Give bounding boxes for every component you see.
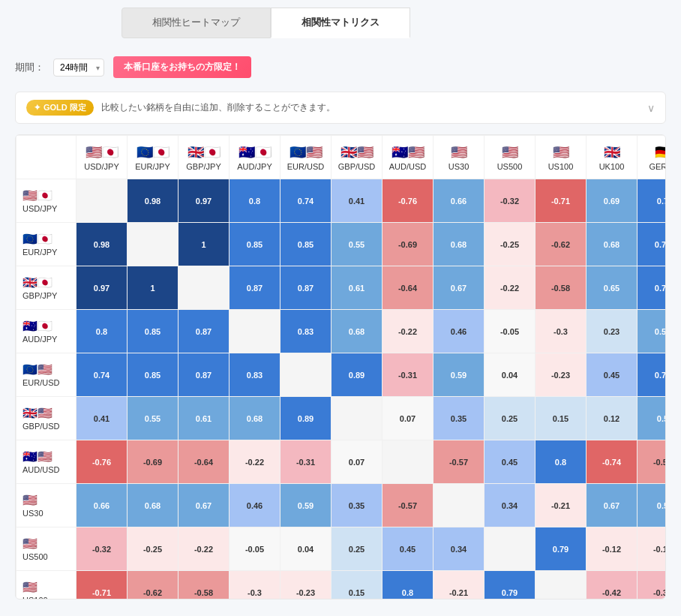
cell-8-2: -0.22 [178, 527, 230, 571]
cell-9-11: -0.32 [638, 571, 667, 600]
cell-9-4: -0.23 [280, 571, 332, 600]
period-select-wrapper[interactable]: 24時間 1時間 4時間 1週間 [53, 59, 104, 77]
cell-0-5: 0.41 [332, 179, 382, 223]
table-row: 🇦🇺🇯🇵AUD/JPY0.80.850.870.830.68-0.220.46-… [16, 310, 667, 353]
cell-6-10: -0.74 [586, 440, 638, 484]
row-header-us500: 🇺🇸US500 [16, 527, 76, 571]
cell-1-10: 0.68 [586, 223, 638, 266]
cell-9-10: -0.42 [586, 571, 638, 600]
controls-row: 期間： 24時間 1時間 4時間 1週間 本番口座をお持ちの方限定！ [0, 50, 681, 84]
row-header-eur-usd: 🇪🇺🇺🇸EUR/USD [16, 353, 76, 397]
cell-1-5: 0.55 [332, 223, 382, 266]
cell-3-10: 0.23 [586, 310, 638, 353]
cell-8-11: -0.17 [638, 527, 667, 571]
table-row: 🇬🇧🇯🇵GBP/JPY0.9710.870.870.61-0.640.67-0.… [16, 266, 667, 310]
cell-3-6: -0.22 [382, 310, 434, 353]
cell-7-1: 0.68 [128, 484, 178, 527]
cell-8-9: 0.79 [536, 527, 586, 571]
cell-4-8: 0.04 [484, 353, 536, 397]
cell-6-3: -0.22 [230, 440, 280, 484]
cell-1-3: 0.85 [230, 223, 280, 266]
cell-7-11: 0.5 [638, 484, 667, 527]
cell-2-7: 0.67 [434, 266, 484, 310]
period-label: 期間： [15, 61, 44, 74]
cell-1-6: -0.69 [382, 223, 434, 266]
cell-4-0: 0.74 [76, 353, 128, 397]
cell-6-9: 0.8 [536, 440, 586, 484]
cell-0-11: 0.7 [638, 179, 667, 223]
cell-3-5: 0.68 [332, 310, 382, 353]
live-account-button[interactable]: 本番口座をお持ちの方限定！ [113, 56, 251, 78]
cell-2-2 [178, 266, 230, 310]
cell-4-3: 0.83 [230, 353, 280, 397]
cell-5-1: 0.55 [128, 397, 178, 440]
cell-5-0: 0.41 [76, 397, 128, 440]
cell-5-6: 0.07 [382, 397, 434, 440]
period-select[interactable]: 24時間 1時間 4時間 1週間 [53, 59, 104, 77]
cell-3-3 [230, 310, 280, 353]
cell-3-7: 0.46 [434, 310, 484, 353]
cell-0-3: 0.8 [230, 179, 280, 223]
cell-6-0: -0.76 [76, 440, 128, 484]
cell-5-7: 0.35 [434, 397, 484, 440]
gold-banner: ✦ GOLD 限定 比較したい銘柄を自由に追加、削除することができます。 ∨ [15, 92, 666, 124]
cell-7-2: 0.67 [178, 484, 230, 527]
table-row: 🇪🇺🇯🇵EUR/JPY0.9810.850.850.55-0.690.68-0.… [16, 223, 667, 266]
cell-3-0: 0.8 [76, 310, 128, 353]
cell-9-9 [536, 571, 586, 600]
cell-8-3: -0.05 [230, 527, 280, 571]
col-header-us500: 🇺🇸US500 [484, 136, 536, 179]
cell-6-1: -0.69 [128, 440, 178, 484]
cell-9-8: 0.79 [484, 571, 536, 600]
cell-5-9: 0.15 [536, 397, 586, 440]
cell-3-9: -0.3 [536, 310, 586, 353]
cell-8-8 [484, 527, 536, 571]
cell-3-8: -0.05 [484, 310, 536, 353]
col-header-gbp-usd: 🇬🇧🇺🇸GBP/USD [332, 136, 382, 179]
cell-4-9: -0.23 [536, 353, 586, 397]
cell-8-1: -0.25 [128, 527, 178, 571]
cell-9-0: -0.71 [76, 571, 128, 600]
cell-2-4: 0.87 [280, 266, 332, 310]
cell-7-0: 0.66 [76, 484, 128, 527]
cell-1-0: 0.98 [76, 223, 128, 266]
tab-bar: 相関性ヒートマップ 相関性マトリクス [0, 8, 681, 38]
cell-9-3: -0.3 [230, 571, 280, 600]
heatmap-table-wrapper[interactable]: 🇺🇸🇯🇵USD/JPY🇪🇺🇯🇵EUR/JPY🇬🇧🇯🇵GBP/JPY🇦🇺🇯🇵AUD… [15, 134, 666, 599]
col-header-us100: 🇺🇸US100 [536, 136, 586, 179]
cell-0-0 [76, 179, 128, 223]
cell-8-10: -0.12 [586, 527, 638, 571]
cell-3-2: 0.87 [178, 310, 230, 353]
row-header-gbp-jpy: 🇬🇧🇯🇵GBP/JPY [16, 266, 76, 310]
chevron-down-icon[interactable]: ∨ [647, 102, 655, 114]
cell-1-8: -0.25 [484, 223, 536, 266]
tab-matrix[interactable]: 相関性マトリクス [271, 8, 410, 38]
cell-0-9: -0.71 [536, 179, 586, 223]
cell-4-5: 0.89 [332, 353, 382, 397]
table-row: 🇪🇺🇺🇸EUR/USD0.740.850.870.830.89-0.310.59… [16, 353, 667, 397]
cell-6-11: -0.57 [638, 440, 667, 484]
cell-9-2: -0.58 [178, 571, 230, 600]
cell-6-7: -0.57 [434, 440, 484, 484]
cell-1-7: 0.68 [434, 223, 484, 266]
cell-1-2: 1 [178, 223, 230, 266]
cell-4-11: 0.73 [638, 353, 667, 397]
cell-1-9: -0.62 [536, 223, 586, 266]
row-header-eur-jpy: 🇪🇺🇯🇵EUR/JPY [16, 223, 76, 266]
table-row: 🇺🇸US500-0.32-0.25-0.22-0.050.040.250.450… [16, 527, 667, 571]
cell-9-1: -0.62 [128, 571, 178, 600]
cell-2-8: -0.22 [484, 266, 536, 310]
cell-7-8: 0.34 [484, 484, 536, 527]
cell-4-2: 0.87 [178, 353, 230, 397]
cell-2-5: 0.61 [332, 266, 382, 310]
cell-1-4: 0.85 [280, 223, 332, 266]
tab-heatmap[interactable]: 相関性ヒートマップ [122, 8, 271, 38]
col-header-aud-usd: 🇦🇺🇺🇸AUD/USD [382, 136, 434, 179]
cell-0-2: 0.97 [178, 179, 230, 223]
cell-8-0: -0.32 [76, 527, 128, 571]
cell-5-8: 0.25 [484, 397, 536, 440]
cell-3-1: 0.85 [128, 310, 178, 353]
cell-2-11: 0.76 [638, 266, 667, 310]
cell-7-6: -0.57 [382, 484, 434, 527]
cell-8-7: 0.34 [434, 527, 484, 571]
